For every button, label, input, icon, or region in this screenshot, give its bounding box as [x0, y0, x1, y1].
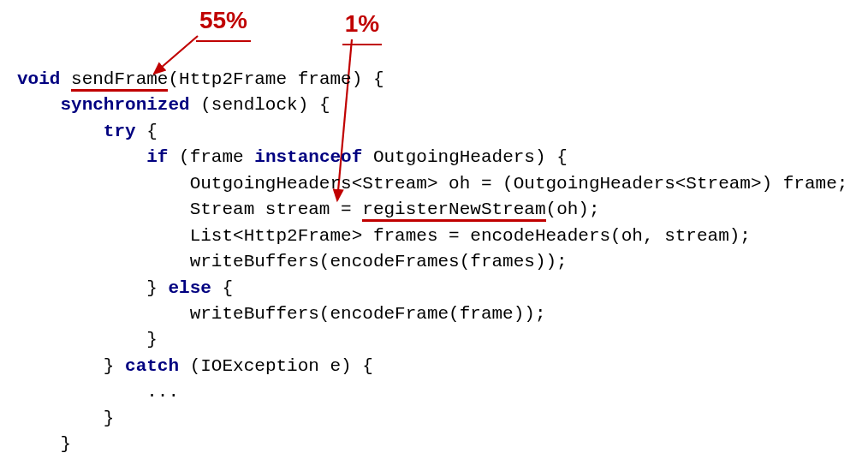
code-text: (Http2Frame frame) { — [168, 69, 383, 89]
code-text: { — [136, 122, 158, 141]
annotation-underline — [196, 40, 251, 42]
code-text: { — [211, 278, 233, 298]
fn-registerNewStream: registerNewStream — [362, 200, 545, 222]
code-text: List<Http2Frame> frames = encodeHeaders(… — [190, 226, 751, 246]
code-text: } — [104, 408, 115, 428]
code-text: (frame — [168, 147, 254, 167]
annotation-underline — [342, 44, 382, 45]
code-text: (IOException e) { — [179, 356, 373, 376]
annotation-1-text: 1% — [345, 10, 379, 37]
code-text: (oh); — [546, 200, 600, 219]
code-text: } — [104, 356, 125, 376]
code-text: OutgoingHeaders) { — [362, 147, 567, 167]
kw-if: if — [146, 147, 168, 167]
code-text: (sendlock) { — [190, 95, 330, 115]
code-text: ... — [146, 382, 179, 402]
code-text: writeBuffers(encodeFrame(frame)); — [190, 304, 546, 324]
annotation-55-text: 55% — [199, 7, 247, 33]
code-text: writeBuffers(encodeFrames(frames)); — [190, 252, 568, 271]
kw-catch: catch — [125, 356, 179, 376]
kw-instanceof: instanceof — [254, 147, 362, 167]
code-text: OutgoingHeaders<Stream> oh = (OutgoingHe… — [190, 174, 848, 194]
kw-else: else — [168, 278, 211, 298]
code-text: } — [146, 278, 168, 298]
kw-void: void — [17, 69, 60, 89]
fn-sendFrame: sendFrame — [71, 69, 168, 92]
code-text: } — [146, 330, 158, 349]
annotation-55-percent: 55% — [196, 3, 251, 42]
kw-try: try — [104, 122, 136, 141]
code-text: } — [60, 434, 71, 453]
code-text: Stream stream = — [190, 200, 363, 219]
code-block: void sendFrame(Http2Frame frame) { synch… — [17, 67, 868, 453]
annotation-1-percent: 1% — [342, 7, 382, 45]
kw-synchronized: synchronized — [60, 95, 189, 115]
